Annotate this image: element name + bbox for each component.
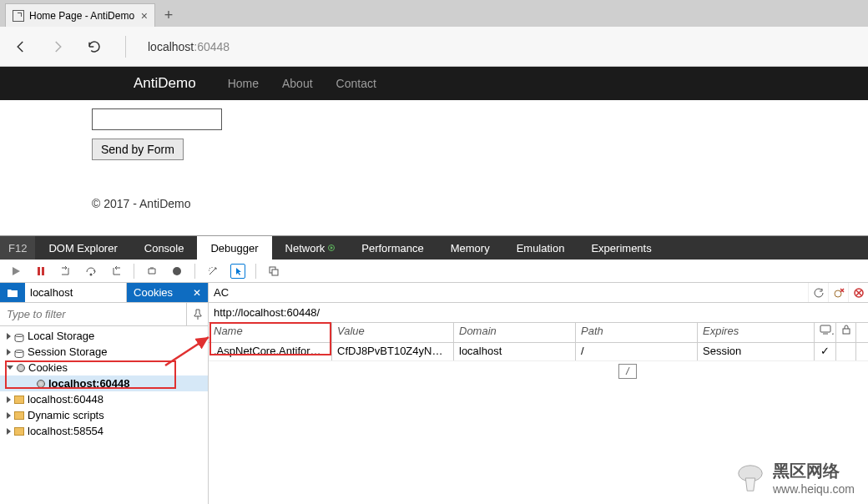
pin-button[interactable] [186, 303, 208, 325]
svg-point-6 [15, 334, 23, 336]
tab-experiments[interactable]: Experiments [578, 236, 664, 260]
col-path[interactable]: Path [576, 323, 698, 342]
svg-rect-11 [843, 329, 850, 334]
folder-icon [14, 427, 24, 436]
svg-point-3 [173, 267, 181, 275]
search-input[interactable] [209, 283, 808, 302]
annotation-path-box: / [618, 364, 637, 379]
select-element-button[interactable] [230, 264, 245, 279]
cell-name: .AspNetCore.Antiforgery.... [209, 343, 332, 360]
tree-local-storage[interactable]: Local Storage [0, 328, 208, 344]
page-viewport: AntiDemo Home About Contact Send by Form… [0, 67, 868, 235]
tree-host2[interactable]: localhost:58554 [0, 423, 208, 439]
right-panel-header [209, 283, 868, 303]
tab-performance[interactable]: Performance [348, 236, 437, 260]
col-domain[interactable]: Domain [454, 323, 576, 342]
cell-domain: localhost [454, 343, 576, 360]
svg-rect-10 [820, 325, 830, 332]
cell-secure [836, 343, 856, 360]
tab-memory[interactable]: Memory [437, 236, 503, 260]
tree-dynamic-scripts[interactable]: Dynamic scripts [0, 407, 208, 423]
mushroom-icon [734, 462, 766, 494]
database-icon [14, 348, 24, 356]
separator [134, 264, 134, 279]
windows-button[interactable] [266, 264, 281, 279]
cookies-tab-label: Cookies [134, 286, 173, 299]
watermark-title: 黑区网络 [773, 460, 855, 482]
step-in-button[interactable] [58, 264, 73, 279]
folder-icon [14, 411, 24, 420]
cell-path: / [576, 343, 698, 360]
page-icon [13, 10, 24, 22]
filter-input[interactable] [0, 303, 186, 325]
col-http-only[interactable] [815, 323, 836, 342]
cookie-row[interactable]: .AspNetCore.Antiforgery.... CfDJ8PvBT10Z… [209, 343, 868, 361]
close-icon[interactable]: ✕ [193, 287, 201, 299]
address-bar: localhost:60448 [0, 27, 868, 67]
brand[interactable]: AntiDemo [134, 75, 196, 92]
col-name[interactable]: Name [209, 323, 332, 342]
separator [255, 264, 256, 279]
pause-button[interactable] [33, 264, 48, 279]
cell-http-only: ✓ [815, 343, 836, 360]
col-expires[interactable]: Expires [698, 323, 815, 342]
step-out-button[interactable] [108, 264, 124, 279]
tab-network[interactable]: Network [272, 236, 349, 260]
tab-network-label: Network [285, 242, 326, 255]
cell-value: CfDJ8PvBT10Z4yNKsT3rk... [332, 343, 454, 360]
tab-dom-explorer[interactable]: DOM Explorer [35, 236, 130, 260]
nav-contact[interactable]: Contact [336, 77, 376, 90]
watermark: 黑区网络 www.heiqu.com [734, 460, 855, 496]
watermark-url: www.heiqu.com [773, 482, 855, 496]
devtools-left-panel: localhost Cookies ✕ Local Storage Sessio… [0, 283, 209, 504]
tree-session-storage[interactable]: Session Storage [0, 344, 208, 360]
col-secure[interactable] [836, 323, 856, 342]
nav-home[interactable]: Home [228, 77, 259, 90]
left-panel-header: localhost Cookies ✕ [0, 283, 208, 303]
url-display[interactable]: localhost:60448 [148, 40, 230, 53]
svg-rect-1 [42, 267, 44, 275]
continue-button[interactable] [8, 264, 23, 279]
svg-rect-0 [38, 267, 40, 275]
nav-about[interactable]: About [282, 77, 313, 90]
break-button[interactable] [144, 264, 159, 279]
cookies-panel-tab[interactable]: Cookies ✕ [127, 283, 208, 302]
cookie-url: http://localhost:60448/ [209, 303, 868, 323]
tree-host1[interactable]: localhost:60448 [0, 391, 208, 407]
tab-console[interactable]: Console [131, 236, 198, 260]
site-navbar: AntiDemo Home About Contact [0, 67, 868, 100]
new-tab-button[interactable]: + [155, 3, 182, 27]
cookie-grid-header: Name Value Domain Path Expires [209, 323, 868, 343]
host-label[interactable]: localhost [25, 283, 127, 302]
url-host: localhost [148, 40, 194, 53]
page-footer: © 2017 - AntiDemo [92, 197, 776, 210]
step-over-button[interactable] [83, 264, 98, 279]
tab-emulation[interactable]: Emulation [503, 236, 578, 260]
tab-title: Home Page - AntiDemo [29, 10, 134, 22]
send-by-form-button[interactable]: Send by Form [92, 139, 184, 160]
tab-debugger[interactable]: Debugger [197, 236, 271, 260]
cookie-icon [37, 380, 45, 388]
tree-cookies-host[interactable]: localhost:60448 [0, 375, 208, 391]
close-tab-icon[interactable]: × [141, 9, 148, 23]
url-port: :60448 [194, 40, 230, 53]
cookie-icon [17, 364, 25, 372]
delete-cookie-button[interactable] [828, 283, 848, 302]
form-text-input[interactable] [92, 108, 222, 130]
browser-tab[interactable]: Home Page - AntiDemo × [5, 3, 155, 27]
folder-tab[interactable] [0, 283, 25, 302]
refresh-button[interactable] [85, 38, 103, 56]
record-icon [328, 244, 335, 251]
forward-button[interactable] [48, 38, 67, 56]
col-value[interactable]: Value [332, 323, 454, 342]
page-body: Send by Form © 2017 - AntiDemo [0, 100, 868, 210]
folder-icon [14, 396, 24, 404]
svg-rect-5 [272, 270, 278, 275]
storage-tree: Local Storage Session Storage Cookies lo… [0, 326, 208, 504]
back-button[interactable] [12, 38, 30, 56]
delete-all-cookies-button[interactable] [848, 283, 868, 302]
breakpoint-button[interactable] [169, 264, 184, 279]
tree-cookies[interactable]: Cookies [0, 360, 208, 375]
refresh-cookies-button[interactable] [808, 283, 828, 302]
wand-button[interactable] [205, 264, 220, 279]
